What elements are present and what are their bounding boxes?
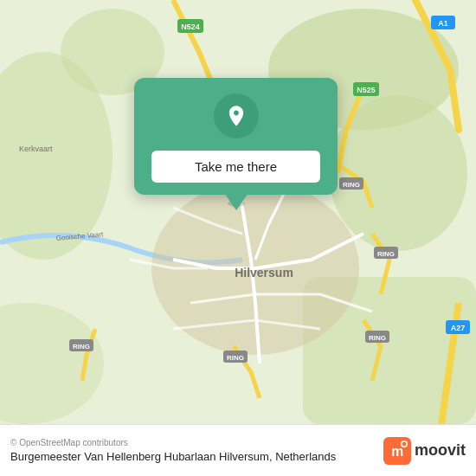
map-container: A1 A27 N524 N525 RING RING RING RING bbox=[0, 0, 476, 424]
location-pin-icon bbox=[214, 93, 259, 138]
moovit-text: moovit bbox=[415, 441, 466, 460]
moovit-logo: m moovit bbox=[383, 437, 466, 465]
svg-point-33 bbox=[402, 441, 407, 446]
svg-text:N524: N524 bbox=[181, 23, 200, 31]
svg-text:RING: RING bbox=[343, 181, 360, 189]
footer-info: © OpenStreetMap contributors Burgemeeste… bbox=[10, 438, 336, 463]
svg-text:RING: RING bbox=[73, 343, 90, 351]
svg-text:RING: RING bbox=[369, 334, 386, 342]
moovit-icon: m bbox=[383, 437, 411, 465]
svg-text:RING: RING bbox=[377, 250, 395, 258]
svg-text:Kerkvaart: Kerkvaart bbox=[19, 145, 53, 153]
svg-text:Hilversum: Hilversum bbox=[235, 266, 293, 280]
copyright-text: © OpenStreetMap contributors bbox=[10, 438, 336, 447]
footer: © OpenStreetMap contributors Burgemeeste… bbox=[0, 424, 476, 476]
svg-text:A27: A27 bbox=[451, 324, 466, 332]
take-me-there-button[interactable]: Take me there bbox=[151, 151, 320, 183]
svg-text:N525: N525 bbox=[357, 86, 376, 94]
address-text: Burgemeester Van Hellenberg Hubarlaan Hi… bbox=[10, 450, 336, 463]
svg-text:A1: A1 bbox=[438, 19, 448, 28]
popup-card: Take me there bbox=[134, 78, 338, 195]
svg-text:RING: RING bbox=[227, 354, 244, 362]
